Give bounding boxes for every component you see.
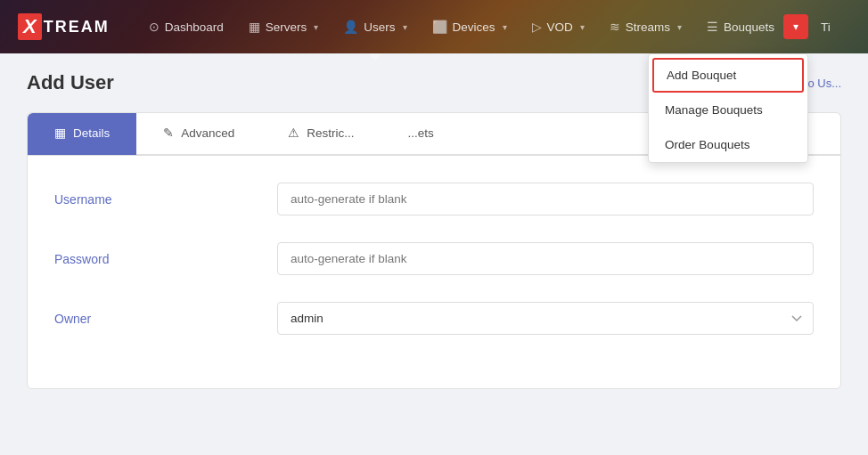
nav-label-streams: Streams (626, 20, 670, 34)
users-chevron-icon: ▾ (403, 22, 407, 32)
streams-chevron-icon: ▾ (677, 22, 682, 32)
nav-item-devices[interactable]: ⬜ Devices ▾ (420, 0, 520, 53)
dropdown-item-manage-bouquets[interactable]: Manage Bouquets (649, 93, 807, 127)
nav-label-devices: Devices (453, 20, 495, 34)
dropdown-item-order-bouquets[interactable]: Order Bouquets (649, 127, 807, 162)
servers-chevron-icon: ▾ (314, 22, 318, 32)
nav-label-users: Users (364, 20, 395, 34)
header: X TREAM ⊙ Dashboard ▦ Servers ▾ 👤 Users … (0, 0, 868, 53)
form-row-username: Username (54, 183, 814, 215)
tab-label-restrictions: Restric... (307, 126, 354, 140)
nav-label-bouquets: Bouquets (724, 20, 774, 34)
users-icon: 👤 (343, 20, 358, 34)
username-label: Username (54, 192, 277, 207)
form-row-password: Password (54, 242, 814, 275)
bouquets-arrow-btn[interactable]: ▾ (783, 14, 808, 39)
logo[interactable]: X TREAM (18, 13, 110, 40)
nav-item-vod[interactable]: ▷ VOD ▾ (520, 0, 597, 53)
password-label: Password (54, 252, 277, 266)
devices-chevron-icon: ▾ (503, 22, 507, 32)
details-tab-icon: ▦ (54, 126, 66, 140)
form-row-owner: Owner admin (54, 302, 814, 335)
tab-bouquets[interactable]: ...ets (381, 113, 461, 155)
vod-chevron-icon: ▾ (580, 22, 585, 32)
nav-item-streams[interactable]: ≋ Streams ▾ (597, 0, 694, 53)
nav-label-dashboard: Dashboard (165, 20, 224, 34)
bouquets-icon: ☰ (707, 20, 718, 34)
advanced-tab-icon: ✎ (163, 126, 174, 140)
devices-icon: ⬜ (432, 20, 447, 34)
tab-advanced[interactable]: ✎ Advanced (136, 113, 261, 155)
form-container: Username Password Owner admin (27, 155, 841, 389)
tab-restrictions[interactable]: ⚠ Restric... (261, 113, 381, 155)
vod-icon: ▷ (532, 20, 542, 34)
owner-label: Owner (54, 312, 277, 326)
username-input[interactable] (277, 183, 814, 215)
bouquets-dropdown: Add Bouquet Manage Bouquets Order Bouque… (648, 53, 808, 163)
tab-label-advanced: Advanced (181, 126, 234, 140)
bouquets-chevron-icon: ▾ (793, 20, 798, 33)
nav-label-truncated: Ti (821, 20, 831, 34)
owner-select[interactable]: admin (277, 302, 814, 335)
logo-x-letter: X (18, 13, 42, 40)
bouquets-main-btn[interactable]: ☰ Bouquets (694, 0, 783, 53)
nav-item-users[interactable]: 👤 Users ▾ (331, 0, 419, 53)
password-input[interactable] (277, 242, 814, 275)
nav-item-bouquets[interactable]: ☰ Bouquets ▾ Add Bouquet Manage Bouquets… (694, 0, 808, 53)
restrictions-tab-icon: ⚠ (288, 126, 299, 140)
tab-label-details: Details (73, 126, 110, 140)
nav-label-vod: VOD (547, 20, 573, 34)
tab-details[interactable]: ▦ Details (28, 113, 136, 155)
dropdown-item-add-bouquet[interactable]: Add Bouquet (652, 58, 804, 93)
servers-icon: ▦ (249, 20, 260, 34)
logo-text: TREAM (44, 18, 110, 37)
nav-item-servers[interactable]: ▦ Servers ▾ (236, 0, 332, 53)
dashboard-icon: ⊙ (149, 20, 160, 34)
tab-label-bouquets: ...ets (408, 126, 434, 140)
streams-icon: ≋ (610, 20, 620, 34)
nav-item-dashboard[interactable]: ⊙ Dashboard (136, 0, 236, 53)
main-nav: ⊙ Dashboard ▦ Servers ▾ 👤 Users ▾ ⬜ Devi… (136, 0, 850, 53)
nav-label-servers: Servers (266, 20, 307, 34)
nav-item-truncated[interactable]: Ti (808, 0, 843, 53)
users-dropdown-indicator (368, 53, 382, 61)
page-title: Add User (27, 71, 114, 94)
